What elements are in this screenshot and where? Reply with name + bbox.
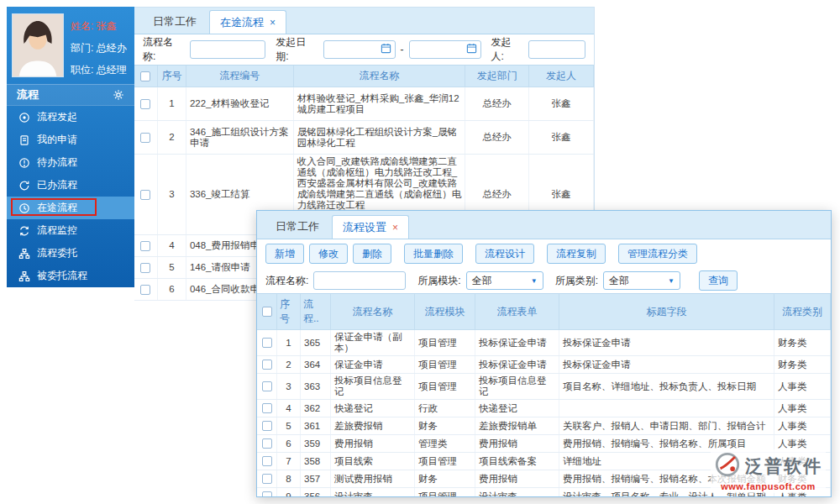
calendar-icon[interactable]: [381, 43, 391, 56]
sidebar-item-流程监控[interactable]: 流程监控: [7, 219, 134, 242]
column-header[interactable]: 序号: [277, 294, 301, 329]
sidebar-item-label: 已办流程: [37, 178, 77, 192]
fanpu-logo-icon: [714, 451, 741, 481]
toolbar-button-删除[interactable]: 删除: [353, 244, 391, 264]
row-checkbox[interactable]: [140, 263, 150, 273]
close-icon[interactable]: ×: [392, 223, 398, 233]
front-process-name-input[interactable]: [318, 273, 402, 288]
column-header[interactable]: 发起人: [529, 66, 594, 87]
select-all-checkbox[interactable]: [262, 307, 272, 317]
row-checkbox[interactable]: [140, 99, 150, 109]
table-cell: 人事类: [774, 417, 831, 434]
close-icon[interactable]: ×: [270, 18, 276, 28]
table-cell: 361: [301, 417, 331, 434]
column-header[interactable]: 流程名称: [331, 294, 415, 329]
column-header[interactable]: 标题字段: [559, 294, 774, 329]
row-checkbox[interactable]: [262, 456, 272, 466]
sidebar-item-label: 流程监控: [37, 223, 77, 238]
column-header[interactable]: 流程模块: [415, 294, 475, 329]
column-header[interactable]: 流程类别: [774, 294, 831, 329]
table-cell: 财务类: [774, 330, 831, 355]
table-cell: 管理类: [415, 435, 475, 452]
toolbar-button-修改[interactable]: 修改: [309, 244, 348, 264]
table-cell: 项目线索: [331, 453, 415, 470]
table-row[interactable]: 3363投标项目信息登记项目管理投标项目信息登记项目名称、详细地址、投标负责人、…: [257, 374, 831, 400]
start-date-from-input[interactable]: [328, 42, 381, 57]
table-row[interactable]: 2364保证金申请项目管理投标保证金申请投标保证金申请财务类: [257, 356, 831, 374]
table-cell: 356: [301, 488, 331, 496]
table-cell: 差旅费报销单: [475, 417, 559, 434]
sidebar-item-我的申请[interactable]: 我的申请: [7, 129, 134, 151]
tab-日常工作[interactable]: 日常工作: [143, 10, 207, 34]
table-cell: 人事类: [774, 374, 831, 399]
row-checkbox[interactable]: [262, 474, 272, 484]
checkbox-cell: [257, 488, 277, 496]
user-panel: 姓名: 张鑫 部门: 总经办 职位: 总经理: [7, 7, 134, 84]
toolbar-button-流程复制[interactable]: 流程复制: [547, 244, 606, 264]
table-cell: 6: [158, 279, 186, 300]
table-cell: 保证金申请（副本）: [331, 330, 415, 355]
row-checkbox[interactable]: [262, 338, 272, 348]
sidebar-item-待办流程[interactable]: 待办流程: [7, 151, 134, 174]
checkbox-cell: [134, 87, 158, 120]
sidebar-item-流程委托[interactable]: 流程委托: [7, 242, 134, 265]
checkbox-cell: [257, 294, 277, 329]
column-header[interactable]: 流程名称: [294, 66, 466, 87]
column-header[interactable]: 流程编号: [186, 66, 294, 87]
row-checkbox[interactable]: [262, 491, 272, 496]
initiator-input[interactable]: [533, 42, 581, 57]
table-cell: 2: [277, 356, 301, 373]
table-row[interactable]: 2346_施工组织设计方案申请晟铭园林绿化工程组织设计方案_晟铭园林绿化工程总经…: [134, 121, 594, 155]
table-cell: 设计审查: [331, 488, 415, 496]
search-button[interactable]: 查询: [699, 270, 738, 291]
module-select[interactable]: 全部 ▼: [466, 271, 543, 290]
row-checkbox[interactable]: [140, 285, 150, 295]
sidebar-item-流程发起[interactable]: 流程发起: [7, 106, 134, 129]
column-header[interactable]: 流程表单: [475, 294, 559, 329]
table-cell: 张鑫: [529, 121, 594, 154]
select-all-checkbox[interactable]: [140, 71, 150, 81]
checkbox-cell: [257, 417, 277, 434]
refresh-icon: [18, 180, 30, 192]
table-cell: 项目管理: [415, 488, 475, 496]
column-header[interactable]: 序号: [158, 66, 186, 87]
sidebar-item-已办流程[interactable]: 已办流程: [7, 174, 134, 197]
table-row[interactable]: 4362快递登记行政快递登记人事类: [257, 400, 831, 417]
toolbar-button-管理流程分类[interactable]: 管理流程分类: [618, 244, 697, 264]
table-row[interactable]: 5361差旅费报销财务差旅费报销单关联客户、报销人、申请日期、部门、报销合计人事…: [257, 417, 831, 435]
chevron-down-icon: ▼: [531, 277, 538, 285]
sidebar-item-被委托流程[interactable]: 被委托流程: [7, 265, 134, 287]
gear-icon[interactable]: [113, 89, 124, 101]
monitor-icon: [18, 225, 30, 237]
table-cell: 9: [277, 488, 301, 496]
table-row[interactable]: 1222_材料验收登记材料验收登记_材料采购_张鑫_华润12城房建工程项目总经办…: [134, 87, 594, 121]
toolbar-button-流程设计[interactable]: 流程设计: [475, 244, 534, 264]
start-date-to-input[interactable]: [413, 42, 466, 57]
sidebar-item-在途流程[interactable]: 在途流程: [7, 197, 134, 219]
watermark: 泛普软件 www.fanpusoft.com: [711, 449, 826, 493]
row-checkbox[interactable]: [262, 360, 272, 370]
column-header[interactable]: 流程..: [301, 294, 331, 329]
row-checkbox[interactable]: [262, 403, 272, 413]
tab-流程设置[interactable]: 流程设置×: [332, 215, 409, 239]
table-row[interactable]: 1365保证金申请（副本）项目管理投标保证金申请投标保证金申请财务类: [257, 330, 831, 356]
row-checkbox[interactable]: [262, 438, 272, 449]
row-checkbox[interactable]: [140, 241, 150, 251]
row-checkbox[interactable]: [262, 381, 272, 391]
table-cell: 项目管理: [415, 330, 475, 355]
row-checkbox[interactable]: [140, 190, 150, 200]
toolbar-button-批量删除[interactable]: 批量删除: [404, 244, 463, 264]
category-select[interactable]: 全部 ▼: [603, 271, 680, 290]
tab-label: 日常工作: [276, 219, 319, 234]
row-checkbox[interactable]: [262, 421, 272, 431]
toolbar-button-新增[interactable]: 新增: [265, 244, 304, 264]
row-checkbox[interactable]: [140, 133, 150, 143]
column-header[interactable]: 发起部门: [465, 66, 529, 87]
table-cell: 差旅费报销: [331, 417, 415, 434]
tab-在途流程[interactable]: 在途流程×: [209, 10, 286, 34]
tab-日常工作[interactable]: 日常工作: [265, 215, 329, 239]
process-name-input[interactable]: [194, 42, 261, 57]
calendar-icon[interactable]: [466, 43, 477, 56]
sidebar: 姓名: 张鑫 部门: 总经办 职位: 总经理 流程 流程发起我的申请待办流程已办…: [7, 7, 134, 287]
checkbox-cell: [257, 435, 277, 452]
